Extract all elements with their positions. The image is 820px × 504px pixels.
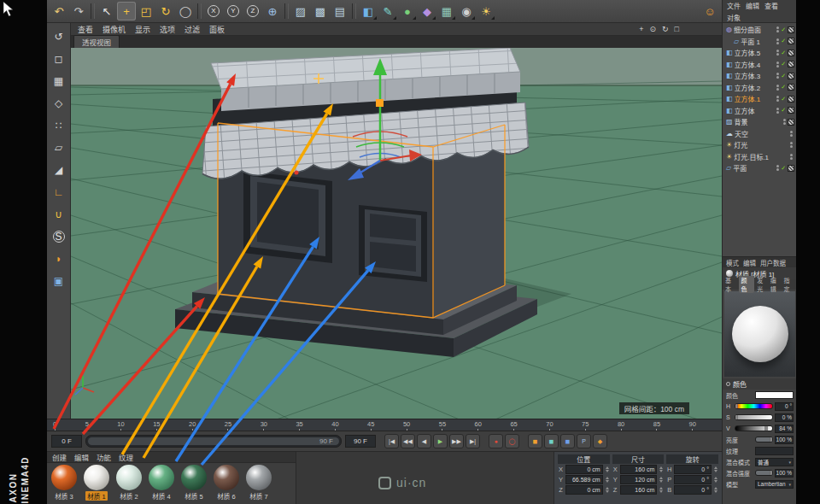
enabled-check-icon[interactable]: ✓	[781, 26, 786, 33]
record-position-button[interactable]: ◼	[528, 434, 542, 448]
visibility-dots[interactable]	[776, 26, 779, 32]
visibility-dots[interactable]	[776, 50, 779, 56]
visibility-dots[interactable]	[790, 142, 793, 148]
spline-pen-icon[interactable]: ✎	[378, 2, 397, 21]
timeline-tick[interactable]: 50	[403, 420, 410, 431]
material-menu-create[interactable]: 创建	[52, 452, 67, 462]
timeline-tick[interactable]: 70	[546, 420, 553, 431]
timeline-range-slider[interactable]: 90 F	[85, 435, 342, 448]
object-row[interactable]: ☁天空	[723, 128, 796, 140]
value-field[interactable]: 100 %	[775, 469, 794, 478]
visibility-dots[interactable]	[790, 154, 793, 160]
deformer-icon[interactable]: ◆	[418, 2, 436, 21]
attr-menu-mode[interactable]: 模式	[726, 258, 739, 267]
object-row[interactable]: ☀灯光.目标.1	[723, 151, 796, 163]
om-menu-edit[interactable]: 编辑	[746, 1, 759, 10]
visibility-dots[interactable]	[776, 96, 779, 102]
texture-field[interactable]	[755, 447, 794, 455]
coordinate-system-icon[interactable]: ⊕	[263, 2, 282, 21]
material-item[interactable]: 材质 6	[211, 465, 242, 501]
layer-icon[interactable]: ▣	[50, 272, 68, 290]
timeline-tick[interactable]: 35	[296, 420, 302, 431]
visibility-dots[interactable]	[790, 131, 793, 137]
field-spinner[interactable]	[713, 477, 718, 483]
material-menu-texture[interactable]: 纹理	[119, 452, 133, 462]
lock-y-axis-icon[interactable]: Y	[224, 2, 243, 21]
timeline-tick[interactable]: 85	[653, 420, 660, 431]
field-spinner[interactable]	[605, 477, 610, 483]
material-sphere[interactable]	[51, 465, 77, 490]
field-spinner[interactable]	[659, 477, 664, 483]
record-keyframe-button[interactable]: ●	[489, 434, 503, 448]
enabled-check-icon[interactable]: ✓	[781, 61, 786, 67]
move-tool-icon[interactable]: +	[117, 2, 136, 21]
timeline-tick[interactable]: 75	[582, 420, 589, 431]
go-to-start-button[interactable]: |◀	[384, 434, 399, 448]
enabled-check-icon[interactable]: ✓	[781, 84, 786, 91]
viewport-zoom-icon[interactable]: ⊙	[649, 25, 656, 33]
v-slider[interactable]	[735, 425, 773, 431]
texture-tag-icon[interactable]	[788, 119, 794, 126]
viewport-maximize-icon[interactable]: □	[675, 25, 679, 33]
previous-frame-button[interactable]: ◀	[417, 434, 431, 448]
material-tab-颜色[interactable]: 颜色	[739, 276, 755, 293]
timeline-tick[interactable]: 15	[153, 420, 160, 431]
timeline-tick[interactable]: 45	[367, 420, 374, 431]
model-mode-icon[interactable]: ◻	[50, 50, 68, 68]
texture-tag-icon[interactable]	[788, 61, 794, 67]
render-view-icon[interactable]: ▨	[291, 2, 310, 21]
visibility-dots[interactable]	[776, 165, 779, 171]
visibility-dots[interactable]	[776, 38, 779, 44]
record-scale-button[interactable]: ◼	[544, 434, 559, 448]
camera-icon[interactable]: ◉	[457, 2, 476, 21]
viewport-menu-filter[interactable]: 过滤	[184, 24, 200, 35]
redo-icon[interactable]: ↷	[69, 2, 88, 21]
h-value-field[interactable]: 0 °	[775, 402, 794, 411]
timeline-tick[interactable]: 20	[189, 420, 196, 431]
next-frame-button[interactable]: ▶▶	[449, 434, 464, 448]
object-row[interactable]: ▱平面 1✓	[723, 36, 796, 48]
object-row[interactable]: ▱平面✓	[723, 162, 796, 174]
points-mode-icon[interactable]: ∷	[50, 116, 68, 135]
character-icon[interactable]: ☺	[700, 2, 719, 21]
object-row[interactable]: ◧立方体.2✓	[723, 82, 796, 94]
attr-menu-userdata[interactable]: 用户数据	[760, 258, 786, 267]
live-selection-icon[interactable]: ↖	[97, 2, 116, 21]
object-row[interactable]: ▨背景	[723, 116, 796, 128]
h-slider[interactable]	[735, 403, 773, 409]
coord-field-size-Y[interactable]: 120 cm	[620, 475, 658, 484]
om-menu-file[interactable]: 文件	[727, 1, 741, 10]
enabled-check-icon[interactable]: ✓	[781, 96, 786, 103]
field-spinner[interactable]	[713, 466, 718, 472]
timeline-tick[interactable]: 10	[117, 420, 124, 431]
enabled-check-icon[interactable]: ✓	[781, 165, 786, 172]
timeline-tick[interactable]: 80	[618, 420, 624, 431]
material-sphere[interactable]	[84, 465, 109, 490]
coord-field-position-Y[interactable]: 66.589 cm	[565, 475, 603, 484]
coord-field-rotation-H[interactable]: 0 °	[674, 465, 712, 474]
viewport-menu-display[interactable]: 显示	[135, 24, 150, 35]
material-item[interactable]: 材质 7	[243, 465, 274, 501]
render-settings-icon[interactable]: ▤	[331, 2, 349, 21]
enabled-check-icon[interactable]: ✓	[781, 50, 786, 56]
viewport-rotate-icon[interactable]: ↻	[662, 25, 669, 33]
texture-tag-icon[interactable]	[788, 38, 794, 44]
timeline-tick[interactable]: 40	[331, 420, 338, 431]
dropdown-field[interactable]: 普通▾	[755, 458, 794, 466]
object-row[interactable]: ◧立方体.5✓	[723, 47, 796, 59]
coord-field-size-Z[interactable]: 160 cm	[620, 485, 658, 495]
value-slider[interactable]	[755, 470, 773, 476]
viewport-menu-options[interactable]: 选项	[160, 24, 175, 35]
visibility-dots[interactable]	[783, 119, 786, 125]
material-tab-基本[interactable]: 基本	[725, 276, 736, 293]
visibility-dots[interactable]	[776, 108, 779, 114]
texture-tag-icon[interactable]	[788, 84, 794, 91]
material-item[interactable]: 材质 2	[114, 465, 144, 501]
object-row[interactable]: ◧立方体.4✓	[723, 59, 796, 71]
record-parameter-button[interactable]: P	[577, 434, 591, 448]
autokeying-button[interactable]: ◯	[505, 434, 519, 448]
material-sphere[interactable]	[246, 465, 272, 490]
om-menu-objects[interactable]: 对象	[727, 13, 741, 22]
subdivision-surface-icon[interactable]: ●	[398, 2, 417, 21]
visibility-dots[interactable]	[776, 62, 779, 67]
